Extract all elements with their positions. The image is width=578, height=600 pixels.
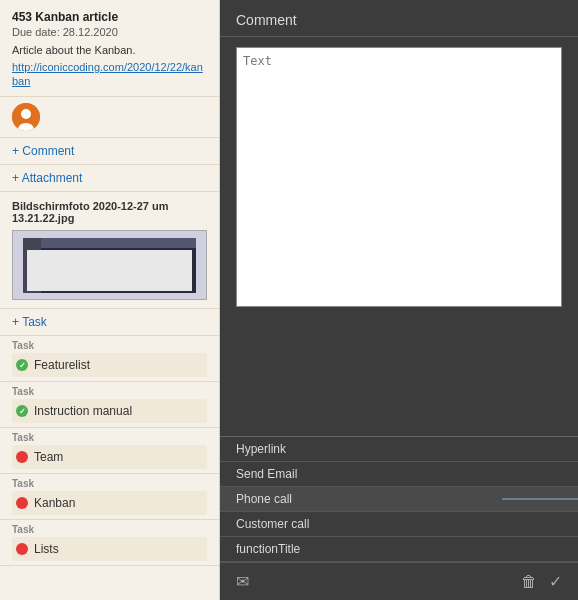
- task-row-0[interactable]: ✓ Featurelist: [16, 355, 203, 375]
- task-status-green-1: ✓: [16, 405, 28, 417]
- action-function-title[interactable]: functionTitle: [220, 537, 578, 562]
- task-group-0: Task ✓ Featurelist: [0, 336, 219, 382]
- confirm-button[interactable]: ✓: [549, 572, 562, 591]
- task-name-1: Instruction manual: [34, 404, 132, 418]
- task-name-0: Featurelist: [34, 358, 90, 372]
- card-title: 453 Kanban article: [12, 10, 207, 24]
- task-group-2: Task Team: [0, 428, 219, 474]
- comment-header: Comment: [220, 0, 578, 37]
- attachment-section: Bildschirmfoto 2020-12-27 um13.21.22.jpg: [0, 192, 219, 309]
- action-customer-call[interactable]: Customer call: [220, 512, 578, 537]
- attachment-preview: [12, 230, 207, 300]
- delete-button[interactable]: 🗑: [521, 573, 537, 591]
- add-task-button[interactable]: + Task: [12, 315, 47, 329]
- task-status-red-2: [16, 451, 28, 463]
- task-name-2: Team: [34, 450, 63, 464]
- add-comment-button[interactable]: + Comment: [12, 144, 74, 158]
- action-phone-call[interactable]: Phone call: [220, 487, 578, 512]
- card-link[interactable]: http://iconiccoding.com/2020/12/22/kanba…: [12, 61, 203, 87]
- comment-title: Comment: [236, 12, 562, 28]
- task-status-red-3: [16, 497, 28, 509]
- action-send-email[interactable]: Send Email: [220, 462, 578, 487]
- task-row-2[interactable]: Team: [16, 447, 203, 467]
- attachment-name: Bildschirmfoto 2020-12-27 um13.21.22.jpg: [12, 200, 207, 224]
- task-status-red-4: [16, 543, 28, 555]
- action-list: Hyperlink Send Email Phone call Customer…: [220, 436, 578, 562]
- task-label-3: Task: [12, 478, 207, 489]
- action-hyperlink[interactable]: Hyperlink: [220, 437, 578, 462]
- avatar: [12, 103, 40, 131]
- card-due-date: Due date: 28.12.2020: [12, 26, 207, 38]
- selection-indicator: [502, 499, 578, 500]
- email-icon-button[interactable]: ✉: [236, 572, 249, 591]
- task-group-1: Task ✓ Instruction manual: [0, 382, 219, 428]
- task-name-3: Kanban: [34, 496, 75, 510]
- task-row-3[interactable]: Kanban: [16, 493, 203, 513]
- right-panel: Comment Hyperlink Send Email Phone call …: [220, 0, 578, 600]
- task-label-0: Task: [12, 340, 207, 351]
- task-name-4: Lists: [34, 542, 59, 556]
- task-row-4[interactable]: Lists: [16, 539, 203, 559]
- avatar-section: [0, 97, 219, 138]
- left-panel: 453 Kanban article Due date: 28.12.2020 …: [0, 0, 220, 600]
- task-label-1: Task: [12, 386, 207, 397]
- confirm-icon: ✓: [549, 572, 562, 591]
- add-task-section: + Task: [0, 309, 219, 336]
- task-row-1[interactable]: ✓ Instruction manual: [16, 401, 203, 421]
- task-label-4: Task: [12, 524, 207, 535]
- comment-text-input[interactable]: [236, 47, 562, 307]
- add-comment-section: + Comment: [0, 138, 219, 165]
- task-label-2: Task: [12, 432, 207, 443]
- add-attachment-section: + Attachment: [0, 165, 219, 192]
- card-description: Article about the Kanban.: [12, 44, 207, 56]
- task-group-3: Task Kanban: [0, 474, 219, 520]
- card-header: 453 Kanban article Due date: 28.12.2020 …: [0, 0, 219, 97]
- svg-point-1: [21, 109, 31, 119]
- task-status-green-0: ✓: [16, 359, 28, 371]
- task-group-4: Task Lists: [0, 520, 219, 566]
- delete-icon: 🗑: [521, 573, 537, 591]
- bottom-bar: ✉ 🗑 ✓: [220, 562, 578, 600]
- comment-body: [220, 37, 578, 436]
- add-attachment-button[interactable]: + Attachment: [12, 171, 82, 185]
